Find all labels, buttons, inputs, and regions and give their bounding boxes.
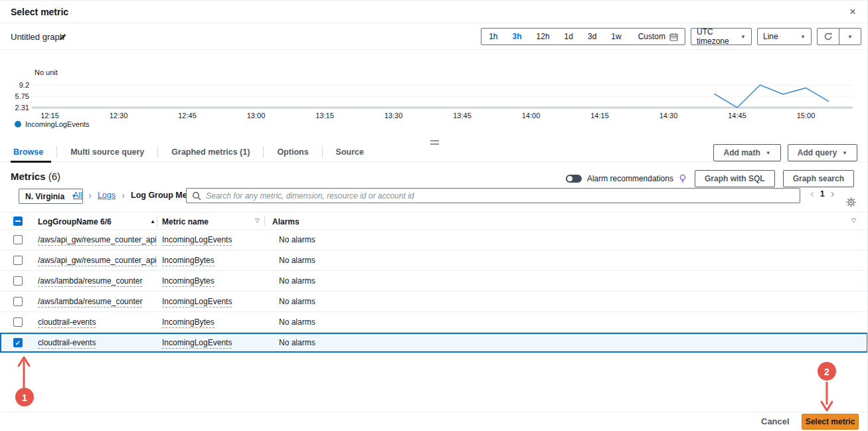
time-range-3d[interactable]: 3d [580, 29, 604, 44]
alarms-cell: No alarms [279, 317, 315, 327]
tab-options[interactable]: Options [264, 141, 321, 162]
refresh-group: ▼ [817, 28, 861, 45]
time-range-1d[interactable]: 1d [557, 29, 580, 44]
log-group-link[interactable]: /aws/lambda/resume_counter [38, 276, 142, 287]
metric-name-link[interactable]: IncomingLogEvents [162, 297, 232, 307]
metric-name-link[interactable]: IncomingBytes [162, 317, 215, 328]
refresh-button[interactable] [818, 29, 839, 44]
filter-icon[interactable]: ▽ [851, 217, 856, 224]
y-axis-tick: 9.2 [3, 81, 29, 89]
x-axis-tick: 13:30 [374, 112, 414, 120]
row-checkbox[interactable] [13, 256, 23, 265]
sort-ascending-icon[interactable]: ▲ [150, 218, 155, 224]
metric-name-link[interactable]: IncomingLogEvents [162, 338, 232, 349]
graph-search-label: Graph search [793, 174, 844, 183]
y-axis-tick: 5.75 [3, 92, 29, 100]
custom-range-button[interactable]: Custom [629, 32, 669, 41]
x-axis-tick: 14:00 [511, 112, 551, 120]
time-range-1w[interactable]: 1w [604, 29, 628, 44]
lightbulb-icon[interactable] [679, 174, 687, 184]
tab-browse[interactable]: Browse [11, 141, 56, 162]
tab-graphed-metrics-1-[interactable]: Graphed metrics (1) [158, 141, 263, 162]
x-axis-tick: 12:15 [30, 112, 70, 120]
x-axis-tick: 13:00 [236, 112, 276, 120]
time-range-3h[interactable]: 3h [505, 29, 529, 44]
pagination: ‹ 1 › [810, 189, 834, 199]
chevron-down-icon: ▼ [842, 150, 847, 156]
select-all-checkbox[interactable] [13, 216, 23, 226]
row-checkbox[interactable]: ✓ [13, 338, 23, 347]
graph-search-button[interactable]: Graph search [783, 170, 854, 187]
row-checkbox[interactable] [13, 235, 23, 244]
add-math-button[interactable]: Add math ▼ [713, 144, 780, 161]
timezone-select[interactable]: UTC timezone ▼ [691, 28, 752, 45]
metrics-heading: Metrics (6) [11, 171, 60, 182]
select-metric-modal: Select metric × Untitled graph 1h3h12h1d… [0, 0, 868, 431]
column-alarms[interactable]: Alarms [272, 217, 300, 226]
x-axis-tick: 14:15 [580, 112, 620, 120]
edit-pencil-icon[interactable] [58, 33, 67, 41]
graph-with-sql-button[interactable]: Graph with SQL [695, 170, 775, 187]
table-row[interactable]: cloudtrail-eventsIncomingBytesNo alarms [0, 312, 868, 333]
log-group-link[interactable]: cloudtrail-events [38, 317, 96, 328]
row-checkbox[interactable] [13, 317, 23, 327]
x-axis-tick: 12:30 [99, 112, 139, 120]
table-row[interactable]: ✓cloudtrail-eventsIncomingLogEventsNo al… [0, 333, 868, 353]
metric-name-link[interactable]: IncomingLogEvents [162, 235, 232, 246]
time-range-1h[interactable]: 1h [481, 29, 505, 44]
modal-title: Select metric [11, 7, 68, 17]
metric-search-input[interactable] [206, 191, 794, 201]
metric-name-link[interactable]: IncomingBytes [162, 276, 215, 287]
table-row[interactable]: /aws/lambda/resume_counterIncomingBytesN… [0, 271, 868, 292]
refresh-options-button[interactable]: ▼ [839, 29, 861, 44]
tab-multi-source-query[interactable]: Multi source query [57, 141, 157, 162]
metrics-heading-text: Metrics [11, 171, 46, 182]
log-group-link[interactable]: /aws/lambda/resume_counter [38, 297, 142, 307]
calendar-icon[interactable] [669, 33, 685, 41]
add-query-button[interactable]: Add query ▼ [788, 144, 857, 161]
breadcrumb-logs[interactable]: Logs [98, 191, 116, 200]
table-row[interactable]: /aws/lambda/resume_counterIncomingLogEve… [0, 292, 868, 312]
settings-gear-icon[interactable] [846, 197, 856, 207]
log-group-link[interactable]: cloudtrail-events [38, 338, 96, 349]
annotation-step-2: 2 [818, 362, 836, 410]
previous-page-icon[interactable]: ‹ [810, 189, 814, 199]
chart-unit-label: No unit [35, 68, 58, 76]
select-metric-button[interactable]: Select metric [802, 414, 859, 430]
row-checkbox[interactable] [13, 297, 23, 306]
close-icon[interactable]: × [845, 5, 860, 19]
tab-source[interactable]: Source [323, 141, 377, 162]
column-divider [264, 216, 265, 226]
chart-legend[interactable]: IncomingLogEvents [15, 120, 90, 128]
chart-type-select[interactable]: Line ▼ [757, 28, 812, 45]
alarms-cell: No alarms [279, 276, 315, 286]
graph-toolbar: Untitled graph 1h3h12h1d3d1w Custom UTC … [0, 23, 868, 50]
table-row[interactable]: /aws/api_gw/resume_counter_apiIncomingLo… [0, 230, 868, 250]
log-group-link[interactable]: /aws/api_gw/resume_counter_api [38, 256, 157, 266]
timezone-value: UTC timezone [697, 27, 734, 46]
alarm-recommendations-toggle[interactable]: Alarm recommendations [566, 174, 687, 184]
table-row[interactable]: /aws/api_gw/resume_counter_apiIncomingBy… [0, 250, 868, 271]
row-checkbox[interactable] [13, 276, 23, 286]
breadcrumb-separator-icon: › [88, 191, 92, 199]
tab-actions: Add math ▼ Add query ▼ [713, 144, 857, 161]
toggle-off-icon [566, 175, 582, 183]
breadcrumb: All›Logs›Log Group Metrics [73, 191, 205, 200]
metric-name-link[interactable]: IncomingBytes [162, 256, 215, 266]
graph-with-sql-label: Graph with SQL [705, 174, 765, 183]
log-group-link[interactable]: /aws/api_gw/resume_counter_api [38, 235, 157, 246]
filter-icon[interactable]: ▽ [255, 217, 260, 224]
legend-label: IncomingLogEvents [25, 120, 90, 128]
breadcrumb-all[interactable]: All [73, 191, 82, 200]
add-math-label: Add math [723, 148, 760, 157]
annotation-2-number: 2 [824, 367, 829, 377]
next-page-icon[interactable]: › [831, 189, 835, 199]
page-number[interactable]: 1 [820, 189, 825, 199]
time-range-12h[interactable]: 12h [529, 29, 557, 44]
x-axis-tick: 14:30 [649, 112, 689, 120]
series-line [715, 85, 829, 108]
column-metric-name[interactable]: Metric name [162, 217, 209, 226]
cancel-button[interactable]: Cancel [761, 416, 790, 426]
column-loggroupname[interactable]: LogGroupName 6/6 [38, 217, 112, 226]
annotation-step-1: 1 [15, 357, 34, 406]
